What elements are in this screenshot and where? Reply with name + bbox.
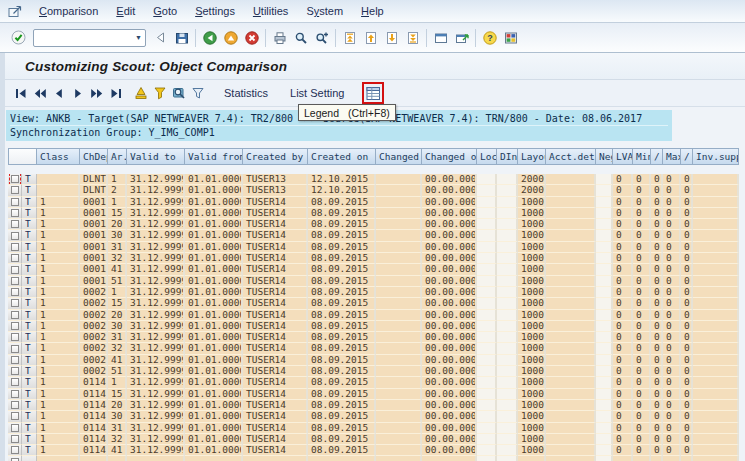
column-header-valid-from[interactable]: Valid from: [185, 148, 243, 165]
cell-min[interactable]: 0: [633, 197, 651, 208]
cell-lva[interactable]: 0: [613, 321, 633, 332]
cell-layou[interactable]: 1000: [518, 242, 546, 253]
cell-lock[interactable]: [477, 230, 497, 241]
cell-max[interactable]: 0: [663, 174, 681, 185]
cell-chdep[interactable]: 0001: [80, 230, 108, 241]
column-header-changed-by[interactable]: Changed by: [376, 148, 422, 165]
cell-min[interactable]: 0: [633, 174, 651, 185]
table-row[interactable]: TDLNT131.12.999901.01.0000TUSER1312.10.2…: [8, 174, 739, 185]
cell-lva[interactable]: 0: [613, 423, 633, 434]
cell-slash[interactable]: 0: [651, 264, 663, 275]
cell-chdep[interactable]: 0114: [80, 445, 108, 456]
cell-changed-on[interactable]: 00.00.0000: [422, 343, 477, 354]
cell-dind[interactable]: [497, 389, 518, 400]
column-header-max[interactable]: Max: [663, 148, 681, 165]
cell-layou[interactable]: 1000: [518, 197, 546, 208]
cell-min[interactable]: 0: [633, 343, 651, 354]
cell-class[interactable]: 1: [37, 298, 80, 309]
cell-changed-on[interactable]: 00.00.0000: [422, 423, 477, 434]
cell-lva[interactable]: 0: [613, 411, 633, 422]
row-select-checkbox[interactable]: [8, 230, 22, 241]
cell-lock[interactable]: [477, 321, 497, 332]
command-input[interactable]: [36, 31, 135, 44]
sort-descending-button[interactable]: [151, 84, 169, 102]
cell-lva[interactable]: 0: [613, 174, 633, 185]
cell-lock[interactable]: [477, 377, 497, 388]
cell-slash[interactable]: 0: [681, 411, 693, 422]
cell-neg[interactable]: [596, 208, 613, 219]
cell-lock[interactable]: [477, 366, 497, 377]
cell-layou[interactable]: 1000: [518, 389, 546, 400]
collapse-command-field-button[interactable]: [150, 27, 171, 48]
cell-dind[interactable]: [497, 434, 518, 445]
cell-acct-det[interactable]: [546, 185, 596, 196]
cell-acct-det[interactable]: [546, 208, 596, 219]
cell-min[interactable]: 0: [633, 366, 651, 377]
cell-changed-by[interactable]: [376, 197, 422, 208]
cell-inv-supp[interactable]: [693, 264, 739, 275]
cell-min[interactable]: 0: [633, 321, 651, 332]
cell-dind[interactable]: [497, 208, 518, 219]
cell-lva[interactable]: 0: [613, 208, 633, 219]
cell-slash[interactable]: 0: [681, 185, 693, 196]
cell-changed-by[interactable]: [376, 264, 422, 275]
cell-slash[interactable]: 0: [651, 197, 663, 208]
last-page-button[interactable]: [402, 27, 423, 48]
cell-slash[interactable]: 0: [681, 174, 693, 185]
cell-max[interactable]: 0: [663, 219, 681, 230]
cell-changed-by[interactable]: [376, 219, 422, 230]
cell-slash[interactable]: 0: [681, 400, 693, 411]
table-row[interactable]: T100013131.12.999901.01.0000TUSER1408.09…: [8, 242, 739, 253]
cell-valid-from[interactable]: 01.01.0000: [185, 389, 243, 400]
cell-neg[interactable]: [596, 242, 613, 253]
cell-ar[interactable]: 15: [108, 298, 127, 309]
row-select-checkbox[interactable]: [8, 208, 22, 219]
cell-ar[interactable]: 31: [108, 332, 127, 343]
cell-created-on[interactable]: 08.09.2015: [308, 264, 376, 275]
cell-neg[interactable]: [596, 287, 613, 298]
cell-dind[interactable]: [497, 366, 518, 377]
cell-created-by[interactable]: TUSER13: [243, 185, 308, 196]
cell-slash[interactable]: 0: [651, 355, 663, 366]
cell-lock[interactable]: [477, 445, 497, 456]
cell-acct-det[interactable]: [546, 230, 596, 241]
cell-chdep[interactable]: 0002: [80, 298, 108, 309]
page-up-button[interactable]: [360, 27, 381, 48]
cell-valid-to[interactable]: 31.12.9999: [127, 321, 185, 332]
cell-created-by[interactable]: TUSER14: [243, 197, 308, 208]
cell-inv-supp[interactable]: [693, 400, 739, 411]
cell-min[interactable]: 0: [633, 287, 651, 298]
cell-slash[interactable]: 0: [681, 242, 693, 253]
cell-chdep[interactable]: 0001: [80, 219, 108, 230]
cell-neg[interactable]: [596, 174, 613, 185]
cell-valid-from[interactable]: 01.01.0000: [185, 411, 243, 422]
cell-changed-by[interactable]: [376, 230, 422, 241]
cell-lva[interactable]: 0: [613, 445, 633, 456]
table-row[interactable]: T100023231.12.999901.01.0000TUSER1408.09…: [8, 343, 739, 354]
sap-window-icon[interactable]: [8, 4, 24, 18]
cell-slash[interactable]: 0: [681, 321, 693, 332]
cell-neg[interactable]: [596, 456, 613, 461]
cell-ar[interactable]: 32: [108, 434, 127, 445]
cell-inv-supp[interactable]: [693, 310, 739, 321]
cell-created-by[interactable]: TUSER14: [243, 264, 308, 275]
cell-lock[interactable]: [477, 355, 497, 366]
cell-changed-by[interactable]: [376, 310, 422, 321]
cell-lock[interactable]: [477, 298, 497, 309]
cell-slash[interactable]: 0: [651, 208, 663, 219]
column-header-neg[interactable]: Neg: [596, 148, 613, 165]
cell-changed-by[interactable]: [376, 355, 422, 366]
cell-inv-supp[interactable]: [693, 253, 739, 264]
cell-dind[interactable]: [497, 298, 518, 309]
cell-lva[interactable]: 0: [613, 219, 633, 230]
cell-created-by[interactable]: TUSER14: [243, 366, 308, 377]
cell-changed-on[interactable]: 00.00.0000: [422, 208, 477, 219]
cell-valid-from[interactable]: 01.01.0000: [185, 287, 243, 298]
cell-chdep[interactable]: DLNT: [80, 174, 108, 185]
cell-slash[interactable]: 0: [651, 321, 663, 332]
enter-button[interactable]: [8, 27, 29, 48]
cell-inv-supp[interactable]: [693, 445, 739, 456]
cell-max[interactable]: 0: [663, 276, 681, 287]
cell-changed-by[interactable]: [376, 389, 422, 400]
column-header-chdep[interactable]: ChDep: [80, 148, 108, 165]
